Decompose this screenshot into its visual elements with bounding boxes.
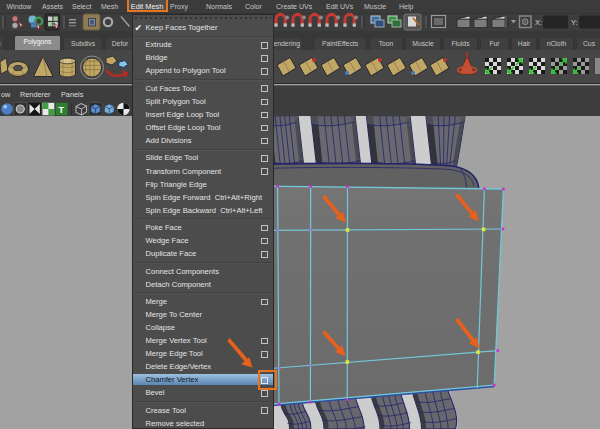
svg-text:Y:: Y: (571, 18, 578, 27)
svg-text:X:: X: (535, 18, 542, 27)
svg-text:T: T (59, 105, 65, 115)
